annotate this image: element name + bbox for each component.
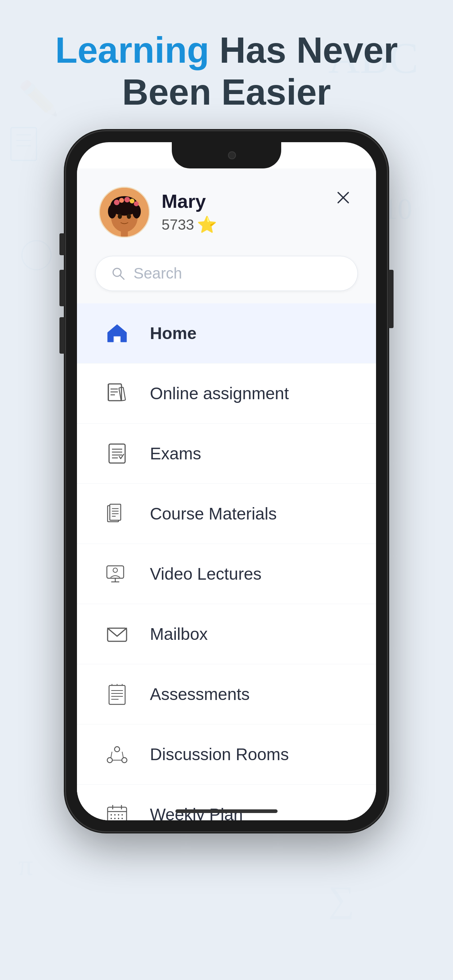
svg-point-19 (124, 197, 130, 202)
menu-item-weekly-plan[interactable]: Weekly Plan (77, 784, 376, 820)
svg-point-16 (132, 205, 141, 218)
svg-rect-40 (110, 504, 121, 520)
svg-line-62 (122, 752, 123, 757)
hero-title-line2: Been Easier (122, 72, 331, 112)
svg-line-61 (111, 752, 112, 757)
svg-point-68 (110, 814, 112, 816)
close-button[interactable] (332, 187, 354, 208)
svg-rect-30 (119, 387, 126, 401)
menu-list: Home Onli (77, 303, 376, 820)
svg-point-21 (134, 201, 139, 206)
course-materials-icon (102, 499, 132, 528)
hero-title-blue: Learning (55, 30, 209, 70)
user-score: 5733 ⭐ (161, 215, 217, 234)
phone-device: Mary 5733 ⭐ Search (66, 131, 387, 831)
svg-point-20 (129, 199, 134, 204)
video-lectures-icon (102, 559, 132, 589)
svg-rect-2 (11, 127, 37, 161)
svg-point-59 (107, 757, 112, 763)
svg-rect-64 (108, 807, 126, 820)
svg-line-26 (120, 275, 124, 279)
svg-point-7 (22, 240, 51, 270)
svg-point-23 (127, 214, 131, 219)
svg-point-72 (110, 818, 112, 819)
svg-point-74 (118, 818, 119, 819)
phone-screen: Mary 5733 ⭐ Search (77, 142, 376, 820)
menu-item-discussion-rooms[interactable]: Discussion Rooms (77, 724, 376, 784)
phone-button-volume-down (59, 317, 65, 354)
user-name: Mary (161, 190, 217, 212)
svg-text:10: 10 (383, 193, 412, 225)
phone-notch (172, 142, 281, 169)
svg-text:∑: ∑ (328, 879, 354, 920)
front-camera (228, 151, 236, 159)
svg-point-15 (108, 205, 116, 218)
hero-section: Learning Has Never Been Easier (0, 29, 453, 113)
svg-point-17 (114, 200, 119, 205)
mailbox-icon (102, 619, 132, 649)
menu-label-video-lectures: Video Lectures (150, 564, 262, 584)
app-content: Mary 5733 ⭐ Search (77, 169, 376, 820)
svg-rect-50 (109, 686, 125, 705)
menu-item-assessments[interactable]: Assessments (77, 664, 376, 724)
menu-label-assessments: Assessments (150, 684, 250, 704)
menu-label-exams: Exams (150, 444, 201, 463)
svg-point-70 (118, 814, 119, 816)
svg-point-58 (115, 747, 120, 752)
menu-item-mailbox[interactable]: Mailbox (77, 604, 376, 664)
hero-title-rest: Has Never (209, 30, 398, 70)
star-icon: ⭐ (197, 215, 217, 234)
weekly-plan-icon (102, 800, 132, 820)
menu-label-mailbox: Mailbox (150, 624, 208, 644)
svg-text:π: π (18, 849, 33, 881)
user-avatar (99, 187, 150, 238)
svg-point-22 (118, 214, 122, 219)
exams-icon (102, 439, 132, 468)
svg-point-71 (121, 814, 123, 816)
score-value: 5733 (161, 216, 194, 233)
svg-rect-34 (109, 444, 125, 463)
menu-item-home[interactable]: Home (77, 303, 376, 363)
svg-rect-27 (115, 337, 119, 342)
menu-label-online-assignment: Online assignment (150, 383, 289, 403)
phone-button-silent (59, 233, 65, 255)
svg-point-46 (113, 568, 118, 573)
svg-point-69 (114, 814, 116, 816)
home-icon (102, 319, 132, 348)
menu-label-course-materials: Course Materials (150, 504, 277, 523)
menu-item-video-lectures[interactable]: Video Lectures (77, 544, 376, 604)
home-indicator (175, 810, 278, 813)
svg-point-60 (122, 757, 127, 763)
menu-item-course-materials[interactable]: Course Materials (77, 484, 376, 544)
search-icon (110, 266, 126, 282)
search-placeholder: Search (134, 265, 343, 282)
phone-button-power (388, 270, 394, 328)
menu-item-online-assignment[interactable]: Online assignment (77, 363, 376, 424)
phone-button-volume-up (59, 270, 65, 306)
online-assignment-icon (102, 379, 132, 408)
menu-label-home: Home (150, 323, 196, 343)
discussion-rooms-icon (102, 740, 132, 769)
search-bar[interactable]: Search (95, 256, 358, 291)
profile-info: Mary 5733 ⭐ (161, 190, 217, 234)
svg-rect-24 (121, 231, 128, 237)
svg-point-75 (121, 818, 123, 819)
profile-section: Mary 5733 ⭐ (99, 187, 217, 238)
menu-item-exams[interactable]: Exams (77, 424, 376, 484)
svg-point-73 (114, 818, 116, 819)
svg-point-18 (119, 198, 124, 203)
assessments-icon (102, 679, 132, 709)
menu-label-discussion-rooms: Discussion Rooms (150, 745, 289, 764)
